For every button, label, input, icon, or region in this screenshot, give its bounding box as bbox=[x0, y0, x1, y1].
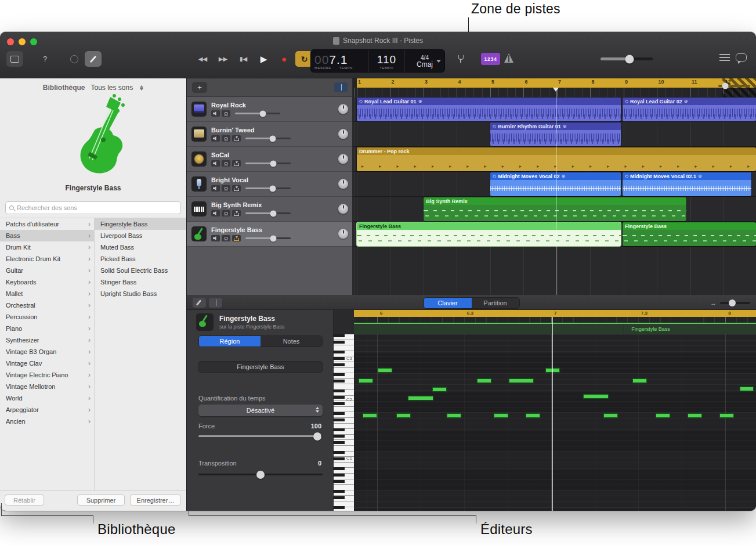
input-monitor-button[interactable] bbox=[232, 210, 241, 216]
solo-button[interactable]: Ω bbox=[222, 235, 230, 241]
piano-keyboard[interactable]: C3C2C1 bbox=[334, 310, 354, 511]
midi-note[interactable] bbox=[583, 394, 609, 399]
playhead[interactable] bbox=[556, 88, 556, 295]
revert-button[interactable]: Rétablir bbox=[5, 495, 44, 506]
editor-catch-playhead-button[interactable] bbox=[209, 298, 222, 308]
library-patch-item[interactable]: Stinger Bass bbox=[95, 276, 186, 288]
library-category-item[interactable]: Bass bbox=[0, 230, 94, 241]
midi-note[interactable] bbox=[509, 378, 534, 383]
midi-region[interactable]: Big Synth Remix bbox=[424, 197, 686, 221]
midi-region[interactable]: Fingerstyle Bass bbox=[357, 222, 621, 246]
midi-note[interactable] bbox=[632, 378, 647, 383]
master-volume-slider[interactable] bbox=[601, 57, 653, 60]
mute-button[interactable] bbox=[211, 135, 220, 142]
editors-toggle-button[interactable] bbox=[85, 51, 102, 67]
midi-note[interactable] bbox=[740, 387, 754, 391]
transpose-slider[interactable] bbox=[198, 474, 323, 475]
volume-thumb[interactable] bbox=[270, 160, 277, 167]
master-volume-thumb[interactable] bbox=[625, 55, 634, 63]
library-patch-item[interactable]: Muted Bass bbox=[95, 241, 186, 253]
pan-knob[interactable] bbox=[338, 204, 348, 214]
library-category-item[interactable]: Ancien bbox=[0, 416, 94, 427]
midi-note[interactable] bbox=[656, 413, 670, 418]
quantize-popup[interactable]: Désactivé bbox=[198, 405, 323, 416]
midi-note[interactable] bbox=[526, 413, 540, 418]
solo-button[interactable]: Ω bbox=[222, 185, 230, 192]
track-header[interactable]: Burnin' TweedΩ bbox=[187, 122, 352, 147]
solo-button[interactable]: Ω bbox=[222, 160, 230, 167]
mute-button[interactable] bbox=[211, 110, 220, 117]
library-category-item[interactable]: Vintage B3 Organ bbox=[0, 346, 94, 358]
tab-keyboard[interactable]: Clavier bbox=[424, 298, 472, 308]
library-category-item[interactable]: Arpeggiator bbox=[0, 404, 94, 416]
mute-button[interactable] bbox=[211, 160, 220, 167]
library-category-item[interactable]: Vintage Mellotron bbox=[0, 381, 94, 392]
track-lanes[interactable]: ◇Royal Lead Guitar 01⊕◇Royal Lead Guitar… bbox=[353, 97, 756, 295]
editor-ruler[interactable]: 66.377.38 bbox=[354, 310, 756, 323]
add-track-button[interactable]: + bbox=[192, 82, 207, 93]
zoom-slider[interactable] bbox=[718, 85, 750, 87]
play-button[interactable]: ▶ bbox=[255, 51, 273, 67]
volume-slider[interactable] bbox=[245, 212, 291, 214]
editor-zoom-thumb[interactable] bbox=[729, 299, 736, 306]
audio-region[interactable]: ◇Royal Lead Guitar 02⊕ bbox=[623, 98, 756, 121]
midi-region[interactable]: Fingerstyle Bass bbox=[623, 222, 756, 246]
midi-note[interactable] bbox=[396, 413, 411, 418]
lcd-display[interactable]: 007.1 MESURETEMPS 110 TEMPO 4/4 Cmaj bbox=[310, 49, 445, 73]
forward-button[interactable]: ▶▶ bbox=[214, 51, 232, 67]
sound-filter-popup[interactable]: Tous les sons bbox=[91, 84, 133, 92]
help-button[interactable]: ? bbox=[37, 51, 53, 67]
library-category-item[interactable]: Vintage Electric Piano bbox=[0, 369, 94, 381]
library-category-item[interactable]: Patchs d'utilisateur bbox=[0, 218, 94, 230]
library-patch-item[interactable]: Upright Studio Bass bbox=[95, 288, 186, 299]
go-to-beginning-button[interactable]: ▮◀ bbox=[234, 51, 252, 67]
library-category-item[interactable]: Orchestral bbox=[0, 299, 94, 311]
velocity-slider[interactable] bbox=[198, 435, 323, 437]
rewind-button[interactable]: ◀◀ bbox=[194, 51, 212, 67]
editor-zoom-slider[interactable] bbox=[720, 302, 750, 304]
midi-note[interactable] bbox=[359, 378, 373, 383]
mute-button[interactable] bbox=[211, 235, 220, 241]
library-category-item[interactable]: Drum Kit bbox=[0, 241, 94, 253]
library-category-item[interactable]: Vintage Clav bbox=[0, 358, 94, 369]
record-button[interactable]: ● bbox=[275, 51, 293, 67]
mute-button[interactable] bbox=[211, 185, 220, 192]
volume-thumb[interactable] bbox=[270, 235, 277, 241]
delete-button[interactable]: Supprimer bbox=[77, 495, 125, 506]
volume-thumb[interactable] bbox=[260, 110, 266, 117]
edit-tool-button[interactable] bbox=[193, 298, 206, 308]
library-category-item[interactable]: Percussion bbox=[0, 311, 94, 323]
velocity-thumb[interactable] bbox=[313, 432, 321, 441]
track-header[interactable]: Royal RockΩ bbox=[187, 97, 352, 122]
audio-region[interactable]: ◇Royal Lead Guitar 01⊕ bbox=[357, 98, 621, 121]
audio-region[interactable]: ◇Midnight Moves Vocal 02.1⊕ bbox=[623, 172, 751, 196]
midi-note[interactable] bbox=[494, 413, 508, 418]
library-category-item[interactable]: Guitar bbox=[0, 265, 94, 276]
tab-region[interactable]: Région bbox=[199, 336, 261, 347]
display-mode-button[interactable] bbox=[6, 51, 23, 67]
volume-slider[interactable] bbox=[245, 163, 291, 164]
mute-button[interactable] bbox=[211, 210, 220, 216]
solo-button[interactable]: Ω bbox=[222, 135, 230, 142]
library-patch-item[interactable]: Solid Soul Electric Bass bbox=[95, 265, 186, 276]
pan-knob[interactable] bbox=[338, 179, 348, 189]
patch-name-button[interactable]: Fingerstyle Bass bbox=[198, 361, 323, 373]
midi-note[interactable] bbox=[447, 413, 461, 418]
count-in-button[interactable]: 1234 bbox=[481, 53, 500, 65]
volume-slider[interactable] bbox=[245, 187, 291, 189]
zoom-thumb[interactable] bbox=[722, 83, 729, 89]
volume-thumb[interactable] bbox=[269, 185, 276, 192]
search-input[interactable] bbox=[17, 204, 177, 211]
volume-slider[interactable] bbox=[235, 113, 280, 114]
smart-controls-button[interactable] bbox=[66, 51, 82, 67]
loop-browser-icon[interactable] bbox=[736, 53, 747, 62]
solo-button[interactable]: Ω bbox=[222, 210, 230, 216]
tuner-icon[interactable] bbox=[458, 55, 464, 60]
library-category-item[interactable]: World bbox=[0, 392, 94, 404]
library-category-item[interactable]: Piano bbox=[0, 323, 94, 334]
pan-knob[interactable] bbox=[338, 154, 348, 164]
tab-score[interactable]: Partition bbox=[472, 298, 519, 308]
pan-knob[interactable] bbox=[338, 104, 348, 114]
input-monitor-button[interactable] bbox=[232, 235, 241, 241]
midi-note[interactable] bbox=[719, 413, 734, 418]
